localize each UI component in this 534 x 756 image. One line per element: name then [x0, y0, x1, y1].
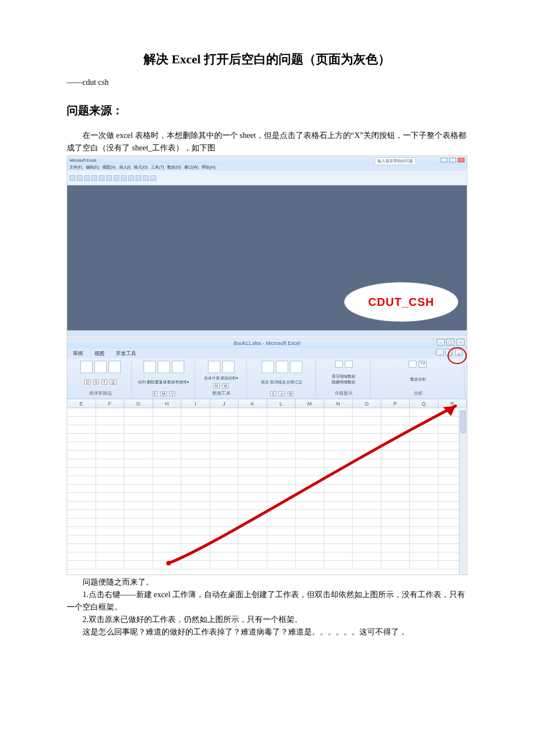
doc-restore-icon[interactable]: ▢: [445, 349, 453, 356]
col-header[interactable]: Q: [410, 399, 439, 408]
table-row[interactable]: [67, 425, 467, 434]
minimize-icon[interactable]: [441, 158, 448, 162]
scrollbar-thumb[interactable]: [461, 411, 466, 433]
btn-label: 分列: [138, 380, 146, 384]
col-header[interactable]: G: [124, 399, 153, 408]
btn-label: 删除重复项: [147, 380, 167, 384]
consolidate-icon[interactable]: [208, 361, 220, 373]
menu-item[interactable]: 插入(I): [119, 165, 131, 170]
table-row[interactable]: [67, 442, 467, 451]
data-validation-icon[interactable]: [172, 361, 184, 373]
table-row[interactable]: [67, 535, 467, 544]
filter-icon[interactable]: [108, 361, 121, 373]
table-row[interactable]: [67, 417, 467, 425]
toolbar-button[interactable]: [70, 175, 75, 181]
tab-review[interactable]: 审阅: [71, 348, 85, 358]
table-row[interactable]: [67, 459, 467, 468]
grid-rows[interactable]: [67, 408, 467, 567]
table-row[interactable]: [67, 451, 467, 459]
col-header[interactable]: K: [238, 399, 267, 408]
worksheet-area[interactable]: E F G H I J K L M N O P Q R: [67, 399, 467, 567]
remove-duplicates-icon[interactable]: [158, 361, 170, 373]
toolbar-button[interactable]: [99, 175, 105, 181]
menu-item[interactable]: 工具(T): [151, 165, 164, 170]
sort-asc-icon[interactable]: [80, 361, 93, 373]
keytip: U: [279, 391, 285, 396]
data-analysis-icon[interactable]: [409, 361, 416, 368]
restore-icon[interactable]: ▢: [446, 339, 454, 345]
toolbar-button[interactable]: [77, 175, 83, 181]
toolbar-button[interactable]: [121, 175, 127, 181]
help-search-input[interactable]: 输入需要帮助的问题: [375, 157, 416, 165]
table-row[interactable]: [67, 544, 467, 552]
col-header[interactable]: M: [296, 399, 324, 408]
maximize-icon[interactable]: [449, 158, 456, 162]
follow-line-2: 1.点击右键——新建 excel 工作薄，自动在桌面上创建了工作表，但双击却依然…: [67, 589, 467, 614]
group-icon[interactable]: [262, 361, 274, 373]
keytip: G: [270, 391, 276, 396]
col-header[interactable]: J: [210, 399, 239, 408]
table-row[interactable]: [67, 468, 467, 476]
keytip: E: [152, 391, 158, 396]
col-header[interactable]: R: [439, 399, 467, 408]
doc-minimize-icon[interactable]: –: [436, 349, 444, 356]
table-row[interactable]: [67, 527, 467, 535]
tab-developer[interactable]: 开发工具: [114, 348, 138, 358]
col-header[interactable]: E: [67, 399, 96, 408]
col-header[interactable]: N: [324, 399, 353, 408]
menu-item[interactable]: 窗口(W): [184, 165, 198, 170]
vertical-scrollbar[interactable]: [459, 409, 467, 574]
table-row[interactable]: [67, 519, 467, 527]
menu-item[interactable]: 视图(V): [102, 165, 115, 170]
col-header[interactable]: O: [353, 399, 381, 408]
toolbar-button[interactable]: [150, 175, 156, 181]
subtotal-icon[interactable]: [290, 361, 302, 373]
table-row[interactable]: [67, 502, 467, 510]
toolbar-button[interactable]: [143, 175, 149, 181]
table-row[interactable]: [67, 561, 467, 569]
menu-item[interactable]: 文件(F): [70, 165, 83, 170]
table-row[interactable]: [67, 510, 467, 519]
col-header[interactable]: I: [181, 399, 210, 408]
table-row[interactable]: [67, 485, 467, 493]
col-header[interactable]: P: [381, 399, 410, 408]
whatif-icon[interactable]: [222, 361, 235, 373]
hide-detail-icon[interactable]: [345, 361, 353, 368]
menu-item[interactable]: 格式(O): [134, 165, 147, 170]
col-header[interactable]: H: [153, 399, 182, 408]
table-row[interactable]: [67, 434, 467, 442]
text-to-columns-icon[interactable]: [144, 361, 156, 373]
doc-close-icon[interactable]: ×: [455, 349, 462, 356]
menu-item[interactable]: 帮助(H): [202, 165, 215, 170]
table-row[interactable]: [67, 408, 467, 417]
close-icon[interactable]: ×: [457, 339, 464, 345]
toolbar-button[interactable]: [106, 175, 112, 181]
toolbar-button[interactable]: [84, 175, 90, 181]
toolbar-button[interactable]: [92, 175, 97, 181]
show-detail-icon[interactable]: [335, 361, 343, 368]
table-row[interactable]: [67, 476, 467, 485]
btn-label: 取消组合: [270, 380, 286, 384]
menu-item[interactable]: 数据(D): [167, 165, 181, 170]
ribbon-group-datatools1: 分列 删除重复项 数据有效性▾ E M V: [133, 360, 195, 398]
toolbar-button[interactable]: [114, 175, 119, 181]
follow-line-4: 这是怎么回事呢？难道的做好的工作表掉了？难道病毒了？难道是。。。。。。这可不得了…: [67, 626, 467, 638]
menu-item[interactable]: 编辑(E): [86, 165, 99, 170]
keytip: Q: [110, 379, 116, 385]
btn-label: 分类汇总: [286, 380, 302, 384]
toolbar-button[interactable]: [136, 175, 141, 181]
ungroup-icon[interactable]: [276, 361, 288, 373]
column-headers: E F G H I J K L M N O P Q R: [67, 399, 467, 408]
figure-blank-excel: Microsoft Excel 文件(F) 编辑(E) 视图(V) 插入(I) …: [67, 155, 467, 336]
ribbon-group-outline2: 显示明细数据 隐藏明细数据 分级显示: [317, 360, 371, 398]
close-icon[interactable]: [458, 158, 464, 162]
table-row[interactable]: [67, 493, 467, 502]
table-row[interactable]: [67, 552, 467, 561]
tab-view[interactable]: 视图: [92, 348, 107, 358]
sort-desc-icon[interactable]: [94, 361, 107, 373]
ribbon-group-sort: D S T Q 排序和筛选: [70, 360, 132, 398]
col-header[interactable]: L: [267, 399, 296, 408]
toolbar-button[interactable]: [128, 175, 134, 181]
minimize-icon[interactable]: –: [437, 339, 445, 345]
col-header[interactable]: F: [96, 399, 125, 408]
